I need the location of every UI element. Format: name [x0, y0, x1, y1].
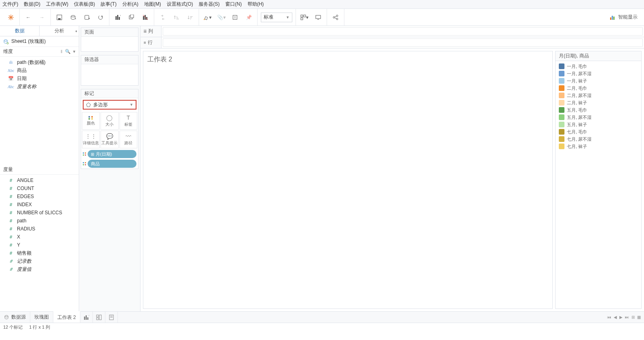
measure-field[interactable]: #Y	[0, 241, 79, 249]
cards-button[interactable]: ▾	[299, 12, 310, 23]
marks-detail[interactable]: ⋮⋮详细信息	[82, 131, 100, 148]
legend-item[interactable]: 七月, 毛巾	[557, 128, 640, 135]
measure-field[interactable]: #EDGES	[0, 192, 79, 201]
share-button[interactable]	[330, 12, 341, 23]
menu-item[interactable]: 地图(M)	[144, 1, 161, 8]
legend-item[interactable]: 一月, 毛巾	[557, 63, 640, 70]
marks-tooltip[interactable]: 💬工具提示	[101, 131, 118, 148]
measure-field[interactable]: #RADIUS	[0, 225, 79, 233]
measure-field[interactable]: #INDEX	[0, 201, 79, 209]
menu-item[interactable]: 仪表板(B)	[74, 1, 95, 8]
next-icon[interactable]: ▶	[619, 315, 623, 319]
measure-field[interactable]: #度量值	[0, 265, 79, 273]
sheet-tab[interactable]: 工作表 2	[53, 311, 80, 323]
filters-card[interactable]: 筛选器	[81, 55, 138, 86]
menu-icon[interactable]: ▾	[73, 49, 76, 54]
menu-item[interactable]: 文件(F)	[2, 1, 18, 8]
menu-item[interactable]: 服务器(S)	[199, 1, 220, 8]
sort-asc-button[interactable]	[171, 12, 182, 23]
marks-pill[interactable]: ⊞月(日期)	[81, 149, 138, 159]
duplicate-button[interactable]	[126, 12, 137, 23]
legend-item[interactable]: 一月, 袜子	[557, 77, 640, 84]
marks-path[interactable]: 〰路径	[120, 131, 137, 148]
view-list-icon[interactable]: ⫴	[61, 49, 63, 54]
sheet-tab[interactable]: 玫瑰图	[30, 312, 53, 323]
prev-icon[interactable]: ◀	[614, 315, 617, 319]
group-button[interactable]: 📎▾	[216, 12, 227, 23]
marks-label[interactable]: T标签	[120, 112, 137, 130]
dimension-field[interactable]: 📅日期	[0, 74, 79, 82]
datasource-row[interactable]: Sheet1 (玫瑰图)	[0, 36, 79, 47]
sort-desc-button[interactable]	[185, 12, 195, 23]
mark-type-select[interactable]: 多边形 ▼	[83, 100, 136, 110]
labels-button[interactable]: T	[230, 12, 240, 23]
legend-item[interactable]: 七月, 尿不湿	[557, 135, 640, 143]
svg-point-41	[91, 116, 93, 118]
search-icon[interactable]: 🔍	[65, 49, 71, 54]
refresh-button[interactable]	[95, 12, 106, 23]
legend-item[interactable]: 五月, 尿不湿	[557, 114, 640, 121]
rows-shelf[interactable]: ≡行	[141, 37, 644, 49]
menu-item[interactable]: 故事(T)	[101, 1, 116, 8]
measure-field[interactable]: #NUMBER of SLICCS	[0, 209, 79, 217]
svg-point-37	[4, 40, 7, 41]
tabs-icon[interactable]: ▦	[637, 315, 641, 319]
last-icon[interactable]: ⏭	[625, 315, 629, 319]
forward-button[interactable]: →	[37, 12, 47, 23]
show-me-button[interactable]: 智能显示	[606, 14, 642, 21]
marks-size[interactable]: ◯大小	[101, 112, 118, 130]
filmstrip-controls[interactable]: ⏮ ◀ ▶ ⏭ ⊞ ▦	[604, 312, 644, 323]
marks-color[interactable]: 颜色	[82, 112, 100, 130]
measure-field[interactable]: #记录数	[0, 257, 79, 265]
color-legend[interactable]: 一月, 毛巾一月, 尿不湿一月, 袜子二月, 毛巾二月, 尿不湿二月, 袜子五月…	[555, 61, 642, 309]
dimension-field[interactable]: ılıpath (数据桶)	[0, 58, 79, 66]
highlight-button[interactable]: ▾	[202, 12, 213, 23]
worksheet-view[interactable]: 工作表 2	[143, 51, 553, 309]
legend-item[interactable]: 一月, 尿不湿	[557, 70, 640, 77]
menu-item[interactable]: 分析(A)	[122, 1, 138, 8]
datasource-tab[interactable]: 数据源	[0, 312, 30, 323]
worksheet-title[interactable]: 工作表 2	[147, 55, 548, 64]
grid-icon[interactable]: ⊞	[631, 315, 635, 319]
measure-field[interactable]: #ANGLE	[0, 176, 79, 184]
legend-item[interactable]: 七月, 袜子	[557, 143, 640, 150]
pin-button[interactable]: 📌	[243, 12, 254, 23]
columns-shelf[interactable]: iii列	[141, 26, 644, 37]
tab-analytics[interactable]: 分析♦	[40, 26, 79, 36]
legend-item[interactable]: 五月, 袜子	[557, 121, 640, 128]
tab-data[interactable]: 数据	[0, 26, 40, 36]
menu-item[interactable]: 窗口(N)	[225, 1, 242, 8]
back-button[interactable]: ←	[23, 12, 34, 23]
logo-icon[interactable]	[6, 12, 16, 23]
clear-button[interactable]	[140, 12, 151, 23]
new-dashboard-button[interactable]	[93, 312, 105, 323]
new-worksheet-button[interactable]: +	[113, 12, 123, 23]
new-datasource-button[interactable]: +	[68, 12, 78, 23]
presentation-button[interactable]	[313, 12, 323, 23]
new-story-button[interactable]	[105, 312, 118, 323]
measure-field[interactable]: #X	[0, 233, 79, 241]
swap-button[interactable]	[157, 12, 168, 23]
save-button[interactable]	[54, 12, 65, 23]
legend-item[interactable]: 二月, 袜子	[557, 99, 640, 106]
menu-item[interactable]: 工作表(W)	[46, 1, 68, 8]
menu-item[interactable]: 设置格式(O)	[167, 1, 193, 8]
menu-item[interactable]: 帮助(H)	[248, 1, 264, 8]
legend-item[interactable]: 二月, 毛巾	[557, 84, 640, 92]
dimension-field[interactable]: Abc度量名称	[0, 82, 79, 91]
legend-item[interactable]: 五月, 毛巾	[557, 106, 640, 114]
fit-select[interactable]: 标准▼	[261, 13, 292, 22]
measure-field[interactable]: #path	[0, 217, 79, 225]
dimension-field[interactable]: Abc商品	[0, 66, 79, 74]
svg-rect-49	[96, 315, 99, 317]
autoupdate-button[interactable]: ▾	[82, 12, 92, 23]
measure-field[interactable]: #COUNT	[0, 184, 79, 192]
measure-field[interactable]: #销售额	[0, 249, 79, 257]
marks-pill[interactable]: 商品	[81, 159, 138, 169]
showme-icon	[610, 15, 616, 20]
pages-card[interactable]: 页面	[81, 27, 138, 52]
menu-item[interactable]: 数据(D)	[24, 1, 40, 8]
new-sheet-button[interactable]: +	[80, 312, 93, 323]
first-icon[interactable]: ⏮	[607, 315, 611, 319]
legend-item[interactable]: 二月, 尿不湿	[557, 92, 640, 99]
